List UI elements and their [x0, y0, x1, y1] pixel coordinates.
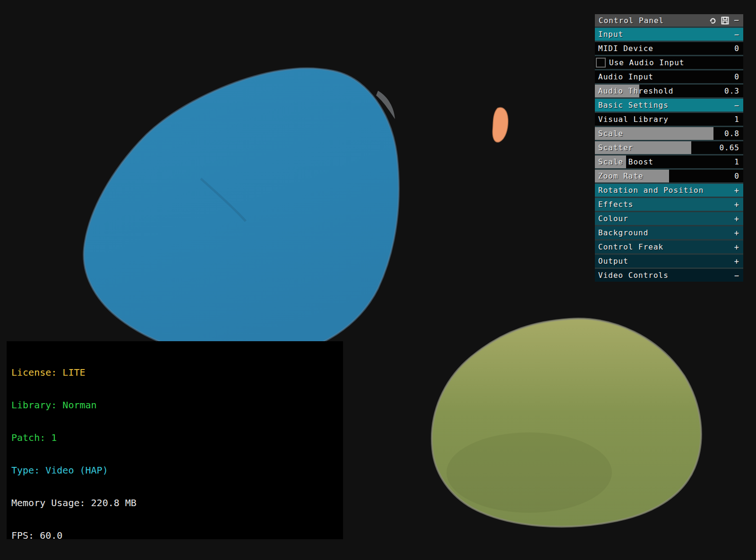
- fps-line: FPS: 60.0: [11, 530, 343, 541]
- section-state: +: [734, 228, 739, 238]
- memory-usage-line: Memory Usage: 220.8 MB: [11, 498, 343, 508]
- section-input[interactable]: Input −: [595, 28, 743, 41]
- row-value: 0: [734, 172, 739, 181]
- row-value: 0: [734, 72, 739, 81]
- row-midi-device[interactable]: MIDI Device 0: [595, 42, 743, 55]
- slider-scale-boost[interactable]: Scale Boost 1: [595, 155, 743, 168]
- info-overlay: License: LITE Library: Norman Patch: 1 T…: [7, 341, 343, 539]
- section-rotation-and-position[interactable]: Rotation and Position +: [595, 184, 743, 197]
- olive-blob-shadow: [447, 432, 612, 513]
- row-label: Audio Input: [598, 72, 734, 81]
- row-label: Visual Library: [598, 115, 734, 124]
- section-state: +: [734, 214, 739, 224]
- row-use-audio-input[interactable]: Use Audio Input: [595, 56, 743, 69]
- section-basic-settings[interactable]: Basic Settings −: [595, 99, 743, 112]
- orange-blob: [493, 108, 508, 142]
- license-line: License: LITE: [11, 367, 343, 378]
- section-state: −: [734, 30, 739, 39]
- row-value: 0: [734, 44, 739, 53]
- section-output[interactable]: Output +: [595, 255, 743, 267]
- section-effects[interactable]: Effects +: [595, 198, 743, 211]
- section-label: Basic Settings: [598, 101, 734, 110]
- row-audio-input[interactable]: Audio Input 0: [595, 70, 743, 83]
- library-line: Library: Norman: [11, 400, 343, 411]
- row-label: Zoom Rate: [598, 172, 734, 181]
- section-control-freak[interactable]: Control Freak +: [595, 241, 743, 253]
- row-label: Scale Boost: [598, 157, 734, 166]
- type-line: Type: Video (HAP): [11, 465, 343, 476]
- slider-zoom-rate[interactable]: Zoom Rate 0: [595, 170, 743, 182]
- section-label: Effects: [598, 200, 734, 209]
- row-value: 1: [734, 157, 739, 166]
- refresh-icon[interactable]: [709, 17, 717, 25]
- section-label: Video Controls: [598, 271, 734, 280]
- control-panel: Control Panel − Input − MIDI Device: [595, 14, 743, 282]
- save-icon[interactable]: [721, 17, 729, 25]
- patch-line: Patch: 1: [11, 432, 343, 443]
- section-label: Colour: [598, 214, 734, 223]
- section-state: +: [734, 200, 739, 209]
- slider-scatter[interactable]: Scatter 0.65: [595, 141, 743, 154]
- section-state: +: [734, 242, 739, 252]
- blue-blob: [84, 69, 399, 359]
- section-state: −: [734, 271, 739, 280]
- row-value: 0.8: [724, 129, 739, 138]
- row-label: MIDI Device: [598, 44, 734, 53]
- slider-audio-threshold[interactable]: Audio Threshold 0.3: [595, 85, 743, 97]
- control-panel-titlebar: Control Panel −: [595, 14, 743, 26]
- slider-scale[interactable]: Scale 0.8: [595, 127, 743, 140]
- row-label: Scatter: [598, 143, 719, 152]
- control-panel-title: Control Panel: [599, 16, 704, 25]
- row-value: 0.3: [724, 86, 739, 95]
- section-video-controls[interactable]: Video Controls −: [595, 269, 743, 282]
- section-state: +: [734, 257, 739, 266]
- row-label: Audio Threshold: [598, 86, 724, 95]
- section-state: −: [734, 101, 739, 110]
- section-label: Background: [598, 228, 734, 237]
- section-label: Rotation and Position: [598, 186, 734, 195]
- row-value: 0.65: [719, 143, 739, 152]
- row-value: 1: [734, 115, 739, 124]
- section-state: +: [734, 186, 739, 195]
- section-colour[interactable]: Colour +: [595, 212, 743, 225]
- row-label: Use Audio Input: [609, 58, 685, 67]
- section-label: Control Freak: [598, 242, 734, 251]
- app-canvas: License: LITE Library: Norman Patch: 1 T…: [0, 0, 756, 560]
- section-background[interactable]: Background +: [595, 226, 743, 239]
- row-visual-library[interactable]: Visual Library 1: [595, 113, 743, 126]
- row-label: Scale: [598, 129, 724, 138]
- panel-collapse-button[interactable]: −: [734, 16, 739, 25]
- use-audio-input-checkbox[interactable]: [596, 58, 606, 68]
- section-label: Input: [598, 30, 734, 39]
- section-label: Output: [598, 257, 734, 266]
